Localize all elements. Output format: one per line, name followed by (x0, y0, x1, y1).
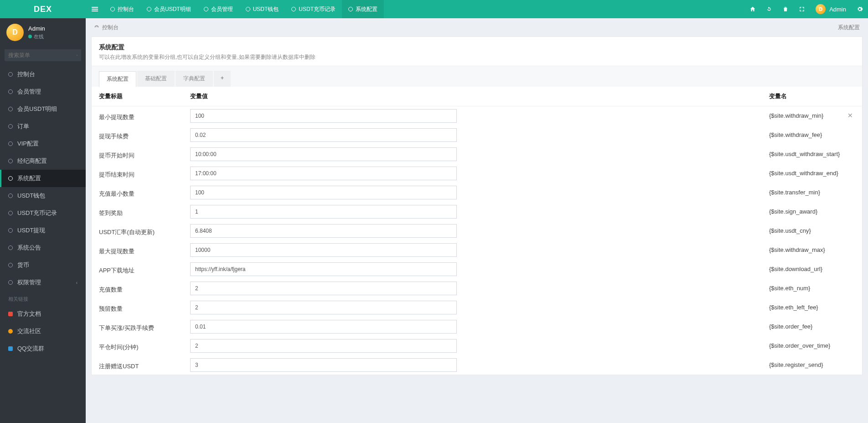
link-label: 交流社区 (17, 327, 41, 335)
var-value-input[interactable] (190, 224, 457, 238)
var-title: 提现手续费 (92, 125, 183, 145)
nav-tab-label: USDT钱包 (253, 5, 279, 13)
sidebar-item[interactable]: 订单 (0, 118, 86, 135)
sidebar-item[interactable]: VIP配置 (0, 135, 86, 152)
table-row: 签到奖励{$site.sign_award} (92, 202, 862, 221)
nav-tab-label: 系统配置 (356, 5, 377, 13)
var-title: 提币结束时间 (92, 164, 183, 183)
inner-tab[interactable]: 系统配置 (99, 71, 136, 87)
var-value-input[interactable] (190, 205, 457, 219)
sidebar-menu: 控制台会员管理会员USDT明细订单VIP配置经纪商配置系统配置USDT钱包USD… (0, 66, 86, 291)
link-label: 官方文档 (17, 310, 41, 318)
var-value-input[interactable] (190, 243, 457, 257)
table-row: 平仓时间(分钟){$site.order_over_time} (92, 336, 862, 355)
sidebar-item[interactable]: 会员USDT明细 (0, 100, 86, 118)
var-value-input[interactable] (190, 262, 457, 276)
ring-icon (8, 159, 13, 163)
sidebar-item[interactable]: 系统配置 (0, 170, 86, 187)
close-icon[interactable]: ✕ (846, 112, 855, 119)
sidebar-toggle-button[interactable] (86, 0, 104, 18)
fullscreen-icon[interactable] (794, 0, 810, 18)
inner-tabs: 系统配置基础配置字典配置+ (92, 66, 862, 87)
table-row: APP下载地址{$site.download_url} (92, 260, 862, 279)
ring-icon (110, 7, 115, 11)
logo[interactable]: DEX (0, 0, 86, 18)
sidebar-link[interactable]: QQ交流群 (0, 340, 86, 357)
inner-tab[interactable]: 基础配置 (137, 71, 175, 87)
sidebar: D Admin 在线 控制台会员管理会员USDT明细订单VIP配置经纪商配置系统… (0, 18, 86, 384)
nav-tab[interactable]: 会员管理 (197, 0, 239, 18)
var-value-input[interactable] (190, 167, 457, 180)
settings-icon[interactable] (852, 0, 868, 18)
ring-icon (348, 7, 353, 11)
bullet-icon (8, 312, 13, 316)
breadcrumb-home[interactable]: 控制台 (102, 24, 119, 31)
ring-icon (8, 107, 13, 111)
var-value-input[interactable] (190, 339, 457, 353)
inner-tab[interactable]: 字典配置 (176, 71, 213, 87)
sidebar-item-label: VIP配置 (17, 140, 39, 148)
var-value-input[interactable] (190, 186, 457, 199)
sidebar-item-label: 会员管理 (17, 88, 41, 96)
var-title: 提币开始时间 (92, 145, 183, 164)
bullet-icon (8, 329, 13, 334)
var-name: {$site.withdraw_fee} (762, 125, 862, 144)
var-value-input[interactable] (190, 358, 457, 372)
user-menu[interactable]: D Admin (810, 4, 852, 14)
ring-icon (8, 245, 13, 250)
sidebar-item[interactable]: USDT提现 (0, 222, 86, 239)
var-value-input[interactable] (190, 128, 457, 142)
bullet-icon (8, 346, 13, 351)
sidebar-links-heading: 相关链接 (0, 291, 86, 305)
user-name-label: Admin (829, 6, 846, 13)
sidebar-item[interactable]: USDT钱包 (0, 187, 86, 204)
refresh-icon[interactable] (761, 0, 777, 18)
table-row: 注册赠送USDT{$site.register_send} (92, 355, 862, 375)
var-title: 注册赠送USDT (92, 355, 183, 375)
sidebar-item[interactable]: USDT充币记录 (0, 204, 86, 222)
sidebar-search[interactable] (5, 49, 81, 61)
ring-icon (8, 176, 13, 181)
sidebar-item-label: USDT充币记录 (17, 209, 57, 217)
sidebar-item[interactable]: 权限管理‹ (0, 274, 86, 291)
ring-icon (8, 89, 13, 94)
sidebar-item-label: 会员USDT明细 (17, 105, 57, 113)
var-title: 平仓时间(分钟) (92, 336, 183, 355)
var-title: 最大提现数量 (92, 240, 183, 260)
trash-icon[interactable] (777, 0, 794, 18)
ring-icon (8, 228, 13, 233)
sidebar-item-label: USDT钱包 (17, 192, 45, 200)
nav-tab[interactable]: 系统配置 (342, 0, 384, 18)
ring-icon (8, 280, 13, 285)
nav-tab[interactable]: 控制台 (104, 0, 140, 18)
sidebar-link[interactable]: 官方文档 (0, 305, 86, 323)
nav-tab[interactable]: USDT钱包 (239, 0, 285, 18)
var-name: {$site.transfer_min} (762, 183, 862, 201)
var-value-input[interactable] (190, 282, 457, 295)
nav-tab[interactable]: 会员USDT明细 (140, 0, 197, 18)
sidebar-item[interactable]: 经纪商配置 (0, 152, 86, 170)
var-value-input[interactable] (190, 301, 457, 314)
table-row: 下单买涨/买跌手续费{$site.order_fee} (92, 317, 862, 336)
ring-icon (8, 211, 13, 215)
table-row: 提币结束时间{$site.usdt_withdraw_end} (92, 164, 862, 183)
sidebar-item[interactable]: 货币 (0, 256, 86, 274)
var-name: {$site.register_send} (762, 355, 862, 374)
var-name: {$site.eth_num} (762, 279, 862, 297)
var-title: 最小提现数量 (92, 106, 183, 126)
var-value-input[interactable] (190, 147, 457, 161)
sidebar-item-label: 订单 (17, 122, 29, 131)
ring-icon (8, 193, 13, 198)
var-value-input[interactable] (190, 109, 457, 123)
search-input[interactable] (8, 52, 77, 58)
nav-tab[interactable]: USDT充币记录 (285, 0, 342, 18)
sidebar-item[interactable]: 会员管理 (0, 83, 86, 100)
table-row: 预留数量{$site.eth_left_fee} (92, 298, 862, 317)
sidebar-link[interactable]: 交流社区 (0, 323, 86, 340)
sidebar-item[interactable]: 系统公告 (0, 239, 86, 256)
sidebar-item[interactable]: 控制台 (0, 66, 86, 83)
var-value-input[interactable] (190, 320, 457, 334)
add-tab-button[interactable]: + (214, 71, 231, 87)
home-icon[interactable] (744, 0, 761, 18)
var-name: {$site.order_over_time} (762, 336, 862, 355)
